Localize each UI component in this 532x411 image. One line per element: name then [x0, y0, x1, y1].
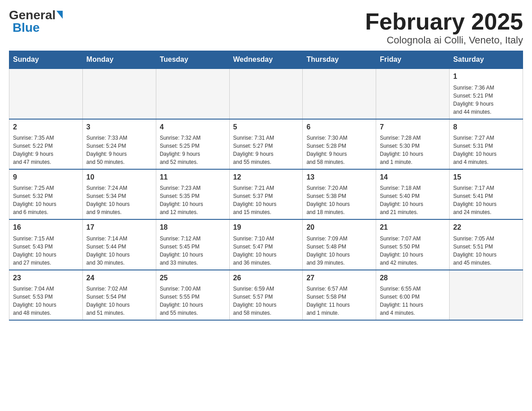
day-info: Sunrise: 7:33 AMSunset: 5:24 PMDaylight:…	[86, 134, 152, 166]
day-info: Sunrise: 7:07 AMSunset: 5:50 PMDaylight:…	[380, 235, 446, 267]
day-info: Sunrise: 7:09 AMSunset: 5:48 PMDaylight:…	[306, 235, 372, 267]
day-info: Sunrise: 7:32 AMSunset: 5:25 PMDaylight:…	[160, 134, 226, 166]
calendar-day-cell: 1Sunrise: 7:36 AMSunset: 5:21 PMDaylight…	[450, 68, 523, 119]
weekday-header-wednesday: Wednesday	[229, 51, 303, 69]
day-info: Sunrise: 6:55 AMSunset: 6:00 PMDaylight:…	[380, 285, 446, 317]
day-info: Sunrise: 6:57 AMSunset: 5:58 PMDaylight:…	[306, 285, 372, 317]
day-number: 3	[86, 122, 152, 132]
calendar-day-cell	[9, 68, 83, 119]
day-info: Sunrise: 7:25 AMSunset: 5:32 PMDaylight:…	[13, 184, 79, 216]
calendar-week-row: 16Sunrise: 7:15 AMSunset: 5:43 PMDayligh…	[9, 219, 523, 270]
day-info: Sunrise: 7:23 AMSunset: 5:35 PMDaylight:…	[160, 184, 226, 216]
day-number: 16	[13, 223, 79, 232]
calendar-week-row: 9Sunrise: 7:25 AMSunset: 5:32 PMDaylight…	[9, 169, 523, 219]
day-number: 15	[453, 172, 519, 182]
calendar-day-cell	[229, 68, 303, 119]
calendar-title: February 2025	[365, 9, 523, 34]
day-info: Sunrise: 7:31 AMSunset: 5:27 PMDaylight:…	[233, 134, 299, 166]
calendar-day-cell: 16Sunrise: 7:15 AMSunset: 5:43 PMDayligh…	[9, 219, 83, 270]
day-number: 17	[86, 223, 152, 232]
calendar-day-cell: 28Sunrise: 6:55 AMSunset: 6:00 PMDayligh…	[376, 270, 450, 320]
calendar-day-cell: 11Sunrise: 7:23 AMSunset: 5:35 PMDayligh…	[156, 169, 229, 219]
calendar-day-cell: 14Sunrise: 7:18 AMSunset: 5:40 PMDayligh…	[376, 169, 450, 219]
calendar-day-cell: 18Sunrise: 7:12 AMSunset: 5:45 PMDayligh…	[156, 219, 229, 270]
logo: General Blue	[9, 9, 63, 34]
calendar-subtitle: Colognola ai Colli, Veneto, Italy	[365, 34, 523, 46]
day-number: 6	[306, 122, 372, 132]
calendar-day-cell: 5Sunrise: 7:31 AMSunset: 5:27 PMDaylight…	[229, 119, 303, 169]
calendar-day-cell: 7Sunrise: 7:28 AMSunset: 5:30 PMDaylight…	[376, 119, 450, 169]
day-info: Sunrise: 7:27 AMSunset: 5:31 PMDaylight:…	[453, 134, 519, 166]
day-number: 27	[306, 273, 372, 283]
calendar-day-cell: 25Sunrise: 7:00 AMSunset: 5:55 PMDayligh…	[156, 270, 229, 320]
logo-blue-text: Blue	[13, 21, 40, 34]
day-info: Sunrise: 7:20 AMSunset: 5:38 PMDaylight:…	[306, 184, 372, 216]
day-number: 11	[160, 172, 226, 182]
day-number: 1	[453, 72, 519, 81]
day-info: Sunrise: 7:35 AMSunset: 5:22 PMDaylight:…	[13, 134, 79, 166]
calendar-day-cell	[376, 68, 450, 119]
calendar-day-cell: 26Sunrise: 6:59 AMSunset: 5:57 PMDayligh…	[229, 270, 303, 320]
calendar-day-cell: 9Sunrise: 7:25 AMSunset: 5:32 PMDaylight…	[9, 169, 83, 219]
calendar-day-cell: 8Sunrise: 7:27 AMSunset: 5:31 PMDaylight…	[450, 119, 523, 169]
weekday-header-friday: Friday	[376, 51, 450, 69]
calendar-week-row: 1Sunrise: 7:36 AMSunset: 5:21 PMDaylight…	[9, 68, 523, 119]
calendar-week-row: 23Sunrise: 7:04 AMSunset: 5:53 PMDayligh…	[9, 270, 523, 320]
weekday-header-saturday: Saturday	[450, 51, 523, 69]
day-number: 26	[233, 273, 299, 283]
weekday-header-sunday: Sunday	[9, 51, 83, 69]
day-number: 5	[233, 122, 299, 132]
calendar-day-cell: 2Sunrise: 7:35 AMSunset: 5:22 PMDaylight…	[9, 119, 83, 169]
calendar-day-cell: 21Sunrise: 7:07 AMSunset: 5:50 PMDayligh…	[376, 219, 450, 270]
day-info: Sunrise: 7:02 AMSunset: 5:54 PMDaylight:…	[86, 285, 152, 317]
calendar-day-cell: 3Sunrise: 7:33 AMSunset: 5:24 PMDaylight…	[82, 119, 156, 169]
day-info: Sunrise: 7:14 AMSunset: 5:44 PMDaylight:…	[86, 235, 152, 267]
calendar-day-cell: 13Sunrise: 7:20 AMSunset: 5:38 PMDayligh…	[303, 169, 376, 219]
calendar-day-cell: 4Sunrise: 7:32 AMSunset: 5:25 PMDaylight…	[156, 119, 229, 169]
calendar-week-row: 2Sunrise: 7:35 AMSunset: 5:22 PMDaylight…	[9, 119, 523, 169]
calendar-day-cell: 6Sunrise: 7:30 AMSunset: 5:28 PMDaylight…	[303, 119, 376, 169]
calendar-day-cell: 23Sunrise: 7:04 AMSunset: 5:53 PMDayligh…	[9, 270, 83, 320]
calendar-day-cell: 17Sunrise: 7:14 AMSunset: 5:44 PMDayligh…	[82, 219, 156, 270]
day-number: 19	[233, 223, 299, 232]
calendar-day-cell: 10Sunrise: 7:24 AMSunset: 5:34 PMDayligh…	[82, 169, 156, 219]
day-info: Sunrise: 7:30 AMSunset: 5:28 PMDaylight:…	[306, 134, 372, 166]
day-info: Sunrise: 7:05 AMSunset: 5:51 PMDaylight:…	[453, 235, 519, 267]
day-number: 2	[13, 122, 79, 132]
calendar-day-cell: 24Sunrise: 7:02 AMSunset: 5:54 PMDayligh…	[82, 270, 156, 320]
day-number: 14	[380, 172, 446, 182]
logo-triangle-icon	[56, 11, 63, 19]
calendar-day-cell: 27Sunrise: 6:57 AMSunset: 5:58 PMDayligh…	[303, 270, 376, 320]
logo-general-text: General	[9, 9, 56, 21]
weekday-header-tuesday: Tuesday	[156, 51, 229, 69]
day-info: Sunrise: 7:18 AMSunset: 5:40 PMDaylight:…	[380, 184, 446, 216]
day-number: 25	[160, 273, 226, 283]
day-number: 20	[306, 223, 372, 232]
day-number: 10	[86, 172, 152, 182]
day-number: 13	[306, 172, 372, 182]
day-info: Sunrise: 7:12 AMSunset: 5:45 PMDaylight:…	[160, 235, 226, 267]
weekday-header-thursday: Thursday	[303, 51, 376, 69]
day-number: 22	[453, 223, 519, 232]
calendar-day-cell	[450, 270, 523, 320]
calendar-day-cell: 22Sunrise: 7:05 AMSunset: 5:51 PMDayligh…	[450, 219, 523, 270]
day-info: Sunrise: 6:59 AMSunset: 5:57 PMDaylight:…	[233, 285, 299, 317]
day-info: Sunrise: 7:00 AMSunset: 5:55 PMDaylight:…	[160, 285, 226, 317]
weekday-header-monday: Monday	[82, 51, 156, 69]
calendar-day-cell	[303, 68, 376, 119]
day-number: 4	[160, 122, 226, 132]
day-number: 24	[86, 273, 152, 283]
day-number: 18	[160, 223, 226, 232]
day-number: 8	[453, 122, 519, 132]
day-number: 9	[13, 172, 79, 182]
page-header: General Blue February 2025 Colognola ai …	[9, 9, 523, 46]
calendar-day-cell: 20Sunrise: 7:09 AMSunset: 5:48 PMDayligh…	[303, 219, 376, 270]
day-number: 21	[380, 223, 446, 232]
day-info: Sunrise: 7:10 AMSunset: 5:47 PMDaylight:…	[233, 235, 299, 267]
day-number: 28	[380, 273, 446, 283]
calendar-day-cell: 12Sunrise: 7:21 AMSunset: 5:37 PMDayligh…	[229, 169, 303, 219]
day-number: 23	[13, 273, 79, 283]
weekday-header-row: SundayMondayTuesdayWednesdayThursdayFrid…	[9, 51, 523, 69]
day-info: Sunrise: 7:21 AMSunset: 5:37 PMDaylight:…	[233, 184, 299, 216]
day-info: Sunrise: 7:04 AMSunset: 5:53 PMDaylight:…	[13, 285, 79, 317]
